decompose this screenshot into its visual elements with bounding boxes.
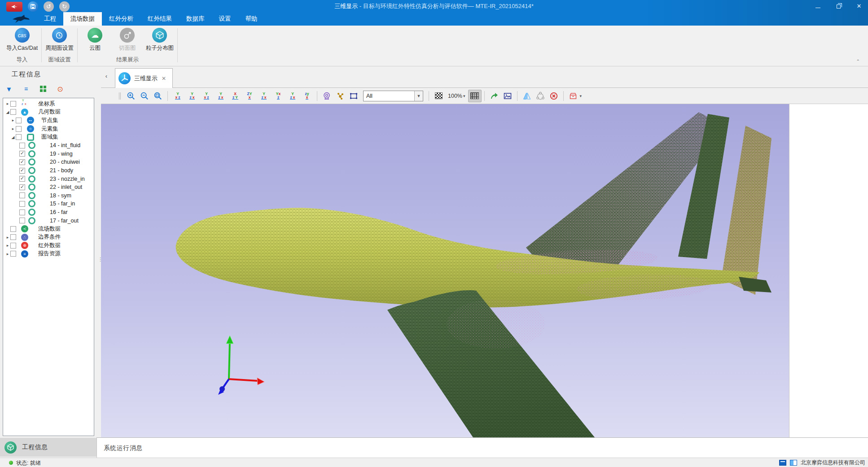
- view-iso1-icon[interactable]: Yzx: [257, 90, 271, 102]
- menu-item-6[interactable]: 帮助: [238, 12, 265, 26]
- tree-checkbox[interactable]: [16, 134, 22, 140]
- tree-label[interactable]: 面域集: [41, 133, 58, 141]
- export-button[interactable]: [487, 90, 501, 102]
- view-bottom-icon[interactable]: ZYx: [242, 90, 257, 102]
- perspective-camera-button[interactable]: [320, 90, 333, 102]
- tree-checkbox[interactable]: [10, 251, 16, 257]
- tree-label[interactable]: 20 - chuiwei: [50, 159, 80, 165]
- tree-row-1[interactable]: ◢▲几何数据: [3, 108, 94, 117]
- tree-checkbox[interactable]: [16, 126, 22, 132]
- tree-row-6[interactable]: 19 - wing: [3, 150, 94, 158]
- transparency-button[interactable]: [432, 90, 445, 102]
- tree-expander-icon[interactable]: ▸: [5, 243, 10, 248]
- ribbon-collapse-chevron[interactable]: ⌃: [856, 59, 860, 64]
- tree-row-0[interactable]: ▸Yzx坐标系: [3, 100, 94, 108]
- project-tree[interactable]: ▸Yzx坐标系◢▲几何数据▸••节点集▸○元素集◢面域集14 - int_flu…: [3, 98, 94, 436]
- menu-item-5[interactable]: 设置: [212, 12, 238, 26]
- tree-checkbox[interactable]: [19, 143, 25, 148]
- tree-row-4[interactable]: ◢面域集: [3, 133, 94, 141]
- view-back-icon[interactable]: Yzx: [185, 90, 199, 102]
- grid-view-icon[interactable]: [38, 83, 48, 94]
- view-iso3-icon[interactable]: Yzx: [285, 90, 300, 102]
- tree-row-17[interactable]: ▸⊛红外数据: [3, 241, 94, 250]
- panel-splitter[interactable]: ⋮: [96, 66, 101, 458]
- tree-row-11[interactable]: 18 - sym: [3, 192, 94, 200]
- tree-label[interactable]: 16 - far: [50, 209, 68, 215]
- tree-checkbox[interactable]: [10, 101, 16, 107]
- tree-row-9[interactable]: 23 - nozzle_in: [3, 175, 94, 183]
- display-filter-combobox[interactable]: All ▼: [363, 91, 423, 101]
- tree-label[interactable]: 几何数据: [38, 108, 61, 116]
- ribbon-button-cloud[interactable]: ☁云图: [81, 26, 109, 56]
- tree-label[interactable]: 节点集: [41, 117, 58, 124]
- tree-checkbox[interactable]: [19, 201, 25, 207]
- zoom-in-button[interactable]: [124, 90, 138, 102]
- tree-expander-icon[interactable]: ▸: [10, 127, 16, 131]
- zoom-fit-button[interactable]: [151, 90, 165, 102]
- menu-item-4[interactable]: 数据库: [179, 12, 212, 26]
- close-button[interactable]: ✕: [855, 3, 864, 9]
- window-layout-icon-2[interactable]: [790, 460, 797, 466]
- tree-expander-icon[interactable]: ◢: [5, 110, 10, 114]
- delete-button[interactable]: [547, 90, 561, 102]
- tree-checkbox[interactable]: [19, 168, 25, 174]
- tab-3d-view[interactable]: 三维显示 ✕: [115, 68, 173, 88]
- tree-row-12[interactable]: 15 - far_in: [3, 200, 94, 208]
- tree-checkbox[interactable]: [19, 151, 25, 157]
- restore-button[interactable]: [834, 3, 843, 9]
- tree-checkbox[interactable]: [19, 218, 25, 223]
- rect-select-button[interactable]: [347, 90, 360, 102]
- tree-checkbox[interactable]: [10, 234, 16, 240]
- tree-expander-icon[interactable]: ▸: [10, 118, 16, 122]
- menu-item-3[interactable]: 红外结果: [140, 12, 179, 26]
- combobox-dropdown-icon[interactable]: ▼: [414, 91, 423, 101]
- tree-expander-icon[interactable]: ▸: [5, 252, 10, 256]
- view-axis-icon[interactable]: zyx: [300, 90, 314, 102]
- window-layout-icon-1[interactable]: [779, 460, 786, 466]
- minimize-button[interactable]: [813, 3, 822, 9]
- tree-row-2[interactable]: ▸••节点集: [3, 116, 94, 125]
- tree-row-10[interactable]: 22 - inlet_out: [3, 183, 94, 192]
- tree-label[interactable]: 报告资源: [38, 250, 61, 258]
- tree-row-5[interactable]: 14 - int_fluid: [3, 141, 94, 150]
- ribbon-button-clock[interactable]: 周期面设置: [45, 26, 74, 56]
- menu-item-0[interactable]: 工程: [37, 12, 63, 26]
- view-front-icon[interactable]: Yxz: [171, 90, 185, 102]
- tab-scroll-left-icon[interactable]: ‹: [102, 73, 111, 79]
- screenshot-button[interactable]: [501, 90, 514, 102]
- tree-checkbox[interactable]: [19, 176, 25, 182]
- tree-row-14[interactable]: 17 - far_out: [3, 216, 94, 225]
- tree-checkbox[interactable]: [19, 184, 25, 190]
- tree-label[interactable]: 23 - nozzle_in: [50, 176, 85, 182]
- view-top-icon[interactable]: XzY: [228, 90, 242, 102]
- tree-row-8[interactable]: 21 - body: [3, 166, 94, 175]
- tab-close-icon[interactable]: ✕: [162, 75, 166, 82]
- tree-checkbox[interactable]: [10, 226, 16, 232]
- view-left-icon[interactable]: Yxz: [199, 90, 214, 102]
- menu-item-2[interactable]: 红外分析: [102, 12, 140, 26]
- particles-button[interactable]: [333, 90, 347, 102]
- share-sphere-button[interactable]: [534, 90, 547, 102]
- toolbar-drag-handle[interactable]: [119, 92, 121, 100]
- view-right-icon[interactable]: Yzx: [214, 90, 228, 102]
- viewport-3d[interactable]: [101, 104, 789, 437]
- tree-expander-icon[interactable]: ◢: [10, 135, 16, 140]
- menu-item-1[interactable]: 流场数据: [63, 12, 102, 26]
- opacity-caret-icon[interactable]: ▾: [463, 94, 465, 98]
- tree-expander-icon[interactable]: ▸: [5, 235, 10, 240]
- filter-icon[interactable]: ▼: [4, 83, 14, 94]
- tree-label[interactable]: 坐标系: [38, 100, 55, 108]
- tree-row-16[interactable]: ▸∴边界条件: [3, 233, 94, 242]
- tree-checkbox[interactable]: [19, 159, 25, 165]
- ribbon-button-particle[interactable]: 粒子分布图: [146, 26, 174, 56]
- tree-row-13[interactable]: 16 - far: [3, 208, 94, 217]
- tree-label[interactable]: 15 - far_in: [50, 201, 75, 207]
- mirror-button[interactable]: [520, 90, 534, 102]
- tree-checkbox[interactable]: [10, 109, 16, 115]
- view-iso2-icon[interactable]: Yxz: [271, 90, 285, 102]
- archive-box-button[interactable]: [566, 90, 580, 102]
- tree-checkbox[interactable]: [10, 243, 16, 249]
- archive-caret-icon[interactable]: ▾: [580, 94, 582, 98]
- tree-expander-icon[interactable]: ▸: [5, 101, 10, 106]
- tree-label[interactable]: 21 - body: [50, 167, 73, 174]
